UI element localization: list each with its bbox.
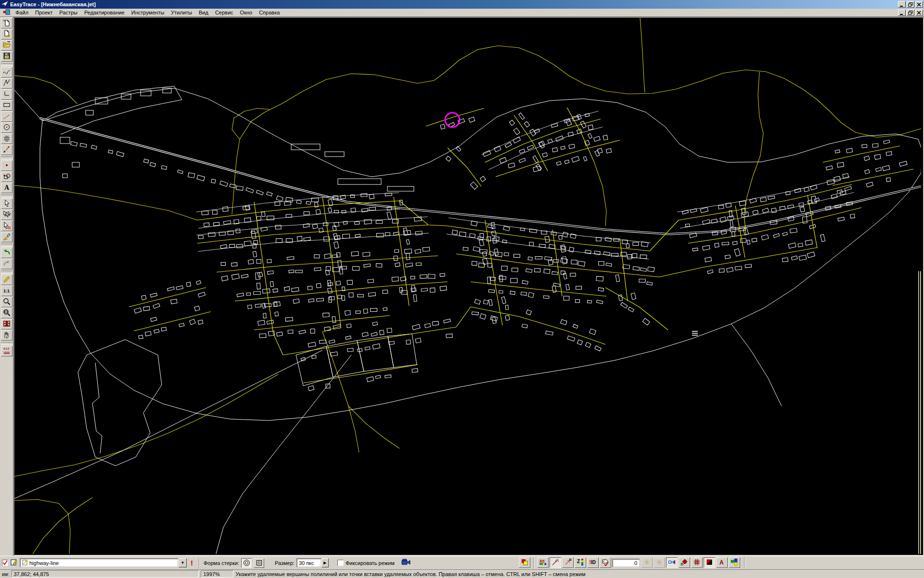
ortho-line-tool-button[interactable]: [1, 89, 13, 100]
menu-items: ФайлПроектРастрыРедактированиеИнструмент…: [12, 9, 283, 16]
curve-tool-button[interactable]: [1, 67, 13, 78]
node-insert-button[interactable]: [666, 557, 678, 568]
child-close-button[interactable]: [915, 10, 923, 16]
verify-tag-button[interactable]: [600, 557, 611, 568]
document-icon: [3, 9, 10, 16]
toolbar-separator: [1, 63, 13, 66]
layer-select-dropdown-arrow[interactable]: ▼: [179, 558, 187, 567]
fix-mode-checkbox[interactable]: [337, 560, 344, 566]
svg-text:Att: Att: [539, 559, 545, 563]
eraser-shape-circle-button[interactable]: [241, 558, 252, 568]
hatch-tool-button[interactable]: [1, 133, 13, 144]
z-value-button[interactable]: Z: [575, 557, 586, 568]
eraser-size-value: 30 пкс: [296, 558, 321, 567]
new-document-button[interactable]: [1, 29, 13, 39]
z-scale-icon: Z: [577, 558, 584, 567]
status-bar: км: 37,862; 44,875 1997% Укажите удаляем…: [0, 569, 924, 578]
eraser-brush-tool-button[interactable]: [1, 232, 13, 242]
active-layer-value: highway-line: [29, 560, 59, 566]
invert-button[interactable]: [704, 557, 715, 568]
child-restore-button[interactable]: [907, 10, 914, 16]
redo-button[interactable]: [1, 259, 13, 269]
child-minimize-button[interactable]: [898, 10, 906, 16]
ruler-button[interactable]: 012: [1, 346, 13, 356]
undo-button[interactable]: [1, 248, 13, 258]
km-label: км:: [2, 571, 9, 577]
snap-node-button: [641, 557, 653, 568]
text-a-button[interactable]: A: [716, 557, 728, 568]
pencil-icon: [3, 276, 11, 284]
svg-text:1:1: 1:1: [3, 289, 10, 293]
rake-tool-button[interactable]: [550, 557, 561, 568]
active-layer-select[interactable]: highway-line ▼: [20, 558, 187, 567]
hatch-icon: [3, 134, 11, 143]
menu-item-справка[interactable]: Справка: [256, 9, 283, 16]
direction-arrow-button[interactable]: [562, 557, 574, 568]
menu-item-вид[interactable]: Вид: [195, 9, 212, 16]
map-drawing: [14, 18, 921, 554]
menu-item-инструменты[interactable]: Инструменты: [128, 9, 168, 16]
menu-item-растры[interactable]: Растры: [56, 9, 81, 16]
dotted-curve-tool-button[interactable]: [1, 111, 13, 122]
zoom-region-button[interactable]: [1, 308, 13, 318]
color-swatch-button[interactable]: [519, 557, 530, 568]
swatch-icon: [521, 558, 528, 567]
multi-select-tool-button[interactable]: [1, 210, 13, 220]
open-button[interactable]: [1, 40, 13, 51]
circle-tool-button[interactable]: [1, 122, 13, 133]
id-label-button[interactable]: !ID: [587, 557, 599, 568]
eraser-size-stepper[interactable]: 30 пкс ▶: [296, 558, 329, 567]
menu-item-сервис[interactable]: Сервис: [212, 9, 237, 16]
redo-icon: [3, 260, 11, 268]
menu-item-файл[interactable]: Файл: [12, 9, 32, 16]
point-tool-button[interactable]: [1, 160, 13, 171]
vertex-select-tool-button[interactable]: [1, 221, 13, 231]
pan-button[interactable]: [1, 330, 13, 341]
folder-icon: [3, 41, 11, 50]
polyline-tool-button[interactable]: [1, 78, 13, 89]
toolbar-separator: [1, 271, 13, 274]
zoom-in-button[interactable]: [1, 297, 13, 307]
layers-palette-button[interactable]: [729, 557, 740, 568]
select-tool-button[interactable]: [1, 198, 13, 209]
eraser-shape-square-button[interactable]: [254, 558, 264, 568]
brush-icon: [3, 233, 11, 241]
step-icon: [3, 90, 11, 99]
menu-item-окно[interactable]: Окно: [237, 9, 256, 16]
layer-visible-checkbox[interactable]: [2, 560, 8, 566]
fit-icon: [3, 320, 11, 328]
fit-window-button[interactable]: [1, 319, 13, 329]
cursor-multi-icon: [3, 210, 11, 219]
grid-button[interactable]: [691, 557, 703, 568]
trace-brush-tool-button[interactable]: [1, 144, 13, 155]
toolbar-separator: [1, 244, 13, 247]
window-title: EasyTrace - [Нижнебаканская.jet]: [10, 1, 96, 7]
text-tool-button[interactable]: A: [1, 183, 13, 193]
actual-size-button[interactable]: 1:1: [1, 286, 13, 296]
doc-xy-icon: xy: [3, 19, 11, 27]
curve-icon: [3, 68, 11, 77]
rectangle-tool-button[interactable]: [1, 100, 13, 111]
attributes-button[interactable]: Att: [537, 557, 549, 568]
close-button[interactable]: [915, 1, 923, 8]
restore-button[interactable]: [907, 1, 914, 8]
minimize-button[interactable]: [898, 1, 906, 8]
shape-select-tool-button[interactable]: [1, 171, 13, 182]
menu-item-редактирование[interactable]: Редактирование: [81, 9, 128, 16]
new-project-button[interactable]: xy: [1, 18, 13, 28]
size-stepper-arrow[interactable]: ▶: [321, 558, 329, 567]
dots-curve-icon: [3, 112, 11, 121]
count-field[interactable]: 0: [612, 559, 640, 567]
menu-item-утилиты[interactable]: Утилиты: [167, 9, 195, 16]
circle-dot-icon: [3, 123, 11, 132]
fill-diamond-button[interactable]: [679, 557, 690, 568]
size-label: Размер:: [275, 560, 295, 566]
map-canvas[interactable]: [13, 17, 924, 556]
zoom-percentage: 1997%: [201, 570, 233, 578]
status-message: Укажите удаляемые вершины полилиний или …: [235, 571, 922, 577]
pencil-edit-button[interactable]: [1, 275, 13, 285]
save-button[interactable]: [1, 51, 13, 62]
camera-icon[interactable]: [401, 559, 411, 567]
svg-text:A: A: [4, 184, 10, 191]
menu-item-проект[interactable]: Проект: [32, 9, 56, 16]
